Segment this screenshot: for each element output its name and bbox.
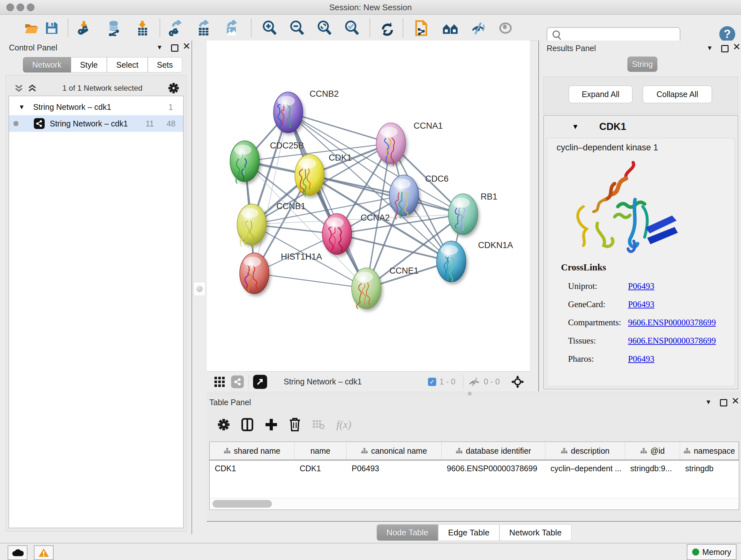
tab-style[interactable]: Style [71,57,107,72]
export-network-icon[interactable] [167,19,185,37]
cloud-status-icon[interactable] [8,545,27,560]
left-splitter-handle[interactable] [193,282,205,296]
hide-selection-icon[interactable] [469,19,487,37]
panel-menu-icon[interactable]: ▼ [706,44,713,52]
search-input[interactable] [565,28,680,42]
zoom-selected-icon[interactable] [343,19,360,37]
node-RB1[interactable] [448,194,478,235]
gene-section-expander-icon[interactable]: ▼ [572,123,579,131]
crosslink-link[interactable]: 9606.ENSP00000378699 [628,318,716,327]
scrollbar-thumb[interactable] [212,500,272,508]
column-header-namespace[interactable]: namespace [680,442,739,460]
left-splitter[interactable] [192,41,207,535]
network-canvas[interactable]: CCNB2CCNA1CDC25BCDK1CDC6RB1CCNB1CCNA2CDK… [207,41,530,371]
detach-view-icon[interactable] [253,375,267,389]
column-header-databaseidentifier[interactable]: database identifier [442,442,545,460]
save-session-icon[interactable] [43,19,61,37]
network-collection-row[interactable]: ▼ String Network – cdk1 1 [9,99,183,115]
table-cell[interactable]: cyclin–dependent ... [545,460,625,476]
panel-close-icon[interactable]: ✕ [183,43,191,50]
open-session-icon[interactable] [23,19,41,37]
panel-menu-icon[interactable]: ▼ [156,44,163,51]
horizontal-splitter[interactable] [207,391,741,396]
show-column-icon[interactable] [241,418,253,431]
table-cell[interactable]: P06493 [347,460,442,476]
tab-sets[interactable]: Sets [148,57,182,72]
column-header-id[interactable]: @id [625,442,680,460]
table-cell[interactable]: CDK1 [294,460,347,476]
horizontal-splitter-handle[interactable] [468,392,472,395]
table-settings-gear-icon[interactable] [218,419,230,431]
crosslink-link[interactable]: 9606.ENSP00000378699 [628,336,716,346]
selected-indicator-checkbox[interactable]: ✓ [428,378,436,386]
collection-expander-icon[interactable]: ▼ [18,104,25,111]
help-icon[interactable]: ? [719,26,735,42]
new-network-from-selection-icon[interactable] [412,19,430,37]
network-graph[interactable] [207,41,530,371]
edge-CCNB2-CCNE1[interactable] [288,112,366,288]
table-cell[interactable]: stringdb [680,460,739,476]
function-builder-icon[interactable]: f(x) [336,419,351,431]
panel-close-icon[interactable]: ✕ [731,398,739,404]
crosslink-link[interactable]: P06493 [628,300,655,309]
fit-selected-icon[interactable] [511,375,524,388]
node-CCNE1[interactable] [352,268,381,309]
export-image-icon[interactable] [223,19,241,37]
column-header-sharedname[interactable]: shared name [210,442,294,460]
import-network-from-file-icon[interactable] [76,19,94,37]
collapse-all-button[interactable]: Collapse All [643,85,712,103]
tab-node-table[interactable]: Node Table [377,524,438,541]
create-column-icon[interactable] [265,418,278,431]
crosslink-link[interactable]: P06493 [628,354,655,364]
import-table-from-file-icon[interactable] [133,19,151,37]
tab-edge-table[interactable]: Edge Table [438,524,499,541]
export-table-icon[interactable] [195,19,212,37]
tab-string[interactable]: String [627,57,657,72]
apply-layout-icon[interactable] [379,19,396,37]
network-options-gear-icon[interactable] [168,83,179,94]
edge-CCNB2-HIST1H1A[interactable] [254,112,288,273]
panel-float-icon[interactable] [721,45,729,52]
node-CCNA1[interactable] [376,123,406,165]
column-header-canonicalname[interactable]: canonical name [347,442,442,460]
node-CDC6[interactable] [389,175,419,219]
zoom-fit-icon[interactable] [315,19,333,37]
tab-network-table[interactable]: Network Table [499,524,571,541]
panel-menu-icon[interactable]: ▼ [705,398,712,406]
panel-float-icon[interactable] [171,44,179,52]
column-header-description[interactable]: description [545,442,625,460]
birdseye-view-icon[interactable] [214,376,225,388]
column-header-name[interactable]: name [294,442,347,460]
edge-CCNB2-CCNA1[interactable] [288,112,391,143]
tab-network[interactable]: Network [23,57,71,72]
node-CDKN1A[interactable] [436,241,466,282]
first-neighbors-icon[interactable] [442,19,460,37]
memory-button[interactable]: Memory [687,544,737,560]
node-CCNB2[interactable] [273,92,303,133]
warning-status-icon[interactable] [34,545,54,560]
tab-select[interactable]: Select [107,57,147,72]
zoom-out-icon[interactable] [288,19,306,37]
table-row[interactable]: CDK1CDK1P064939606.ENSP00000378699cyclin… [210,460,739,476]
crosslink-link[interactable]: P06493 [628,281,655,291]
table-cell[interactable]: CDK1 [210,460,294,476]
node-CCNB1[interactable] [237,204,266,248]
node-HIST1H1A[interactable] [240,253,269,294]
collapse-all-networks-icon[interactable] [14,83,23,93]
show-all-icon[interactable] [496,19,515,37]
table-cell[interactable]: 9606.ENSP00000378699 [442,460,545,476]
panel-close-icon[interactable]: ✕ [733,44,741,50]
delete-table-icon[interactable] [312,420,325,430]
node-CCNA2[interactable] [322,213,352,254]
delete-column-icon[interactable] [289,418,300,432]
edge-HIST1H1A-CCNE1[interactable] [254,273,366,288]
table-horizontal-scrollbar[interactable] [210,498,738,509]
expand-all-button[interactable]: Expand All [569,85,632,103]
table-cell[interactable]: stringdb:9... [625,460,680,476]
zoom-in-icon[interactable] [260,19,278,37]
panel-float-icon[interactable] [720,399,727,407]
import-network-from-database-icon[interactable] [105,19,123,37]
node-CDC25B[interactable] [230,141,259,183]
expand-all-networks-icon[interactable] [28,83,37,93]
network-row[interactable]: String Network – cdk1 11 48 [9,115,183,132]
